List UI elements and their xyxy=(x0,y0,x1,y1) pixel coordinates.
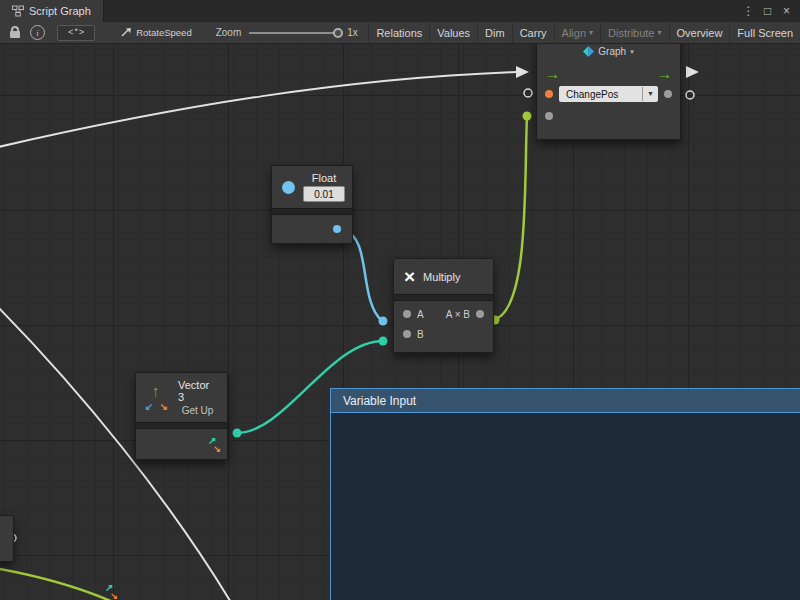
maximize-icon[interactable]: □ xyxy=(760,0,775,22)
window-controls: ⋮ □ × xyxy=(741,0,800,22)
float-node-header: Float 0.01 xyxy=(272,166,352,208)
lock-icon[interactable] xyxy=(10,31,20,38)
variable-name-dropdown[interactable]: ChangePos ▼ xyxy=(559,86,658,102)
carry-label: Carry xyxy=(520,27,547,39)
graph-canvas[interactable]: Variable Input xyxy=(0,44,800,600)
flow-output-port[interactable]: → xyxy=(657,66,672,81)
set-variable-node[interactable]: Graph ▾ → → ChangePos ▼ xyxy=(536,44,681,140)
port-row-a: A A × B xyxy=(394,304,493,324)
zoom-slider[interactable] xyxy=(249,32,339,34)
multiply-node[interactable]: × Multiply A A × B B xyxy=(393,258,494,353)
info-glyph: i xyxy=(36,28,39,38)
result-wire-endpoint xyxy=(523,112,532,121)
flow-input-port[interactable]: → xyxy=(545,66,560,81)
fullscreen-label: Full Screen xyxy=(737,27,793,39)
vector3-port-row: ↗ ↘ xyxy=(136,429,227,459)
distribute-label: Distribute xyxy=(608,27,654,39)
flow-port-row: → → xyxy=(537,65,680,82)
code-view-button[interactable]: <*> xyxy=(57,25,95,41)
menu-icon[interactable]: ⋮ xyxy=(741,0,756,22)
variable-scope-dropdown[interactable]: Graph ▾ xyxy=(537,44,680,59)
vector3-node-title: Vector 3 xyxy=(178,379,217,403)
vector-wire-endpoint xyxy=(379,337,388,346)
fullscreen-button[interactable]: Full Screen xyxy=(729,22,800,43)
zoom-slider-handle[interactable] xyxy=(333,28,343,38)
dim-button[interactable]: Dim xyxy=(477,22,512,43)
variable-input-group[interactable]: Variable Input xyxy=(330,388,800,600)
overview-button[interactable]: Overview xyxy=(669,22,730,43)
float-wire-endpoint xyxy=(379,317,388,326)
get-up-icon: ↑ ↙ ↘ xyxy=(146,386,170,410)
port-a-label: A xyxy=(417,309,424,320)
variable-kind-icon xyxy=(583,46,594,57)
float-type-icon xyxy=(282,181,295,194)
tab-title: Script Graph xyxy=(29,5,91,17)
port-result-label: A × B xyxy=(446,309,470,320)
graph-toolbar: i <*> RotateSpeed Zoom 1x Relations Valu… xyxy=(0,22,800,44)
flow-wire-in xyxy=(0,72,516,148)
code-view-label: <*> xyxy=(68,28,84,38)
vector3-node-header: ↑ ↙ ↘ Vector 3 Get Up xyxy=(136,373,227,422)
values-label: Values xyxy=(437,27,470,39)
relations-button[interactable]: Relations xyxy=(368,22,429,43)
chevron-down-icon: ▾ xyxy=(589,28,593,37)
group-header[interactable]: Variable Input xyxy=(331,389,800,413)
value-output-port[interactable] xyxy=(664,90,672,98)
relations-label: Relations xyxy=(376,27,422,39)
unconnected-port-ring-right[interactable] xyxy=(686,91,694,99)
value-port-row: ChangePos ▼ xyxy=(537,85,680,103)
node-divider xyxy=(272,208,352,215)
multiply-ports: A A × B B xyxy=(394,301,493,352)
multiply-node-header: × Multiply xyxy=(394,259,493,294)
southeast-arrow-icon: ↘ xyxy=(110,591,118,600)
float-node[interactable]: Float 0.01 xyxy=(271,165,353,244)
float-value-input[interactable]: 0.01 xyxy=(303,186,345,202)
value-input-port[interactable] xyxy=(545,90,553,98)
vector3-get-up-node[interactable]: ↑ ↙ ↘ Vector 3 Get Up ↗ ↘ xyxy=(135,372,228,460)
vector3-type-icon[interactable]: ↗ ↘ xyxy=(207,438,220,451)
distribute-button[interactable]: Distribute ▾ xyxy=(600,22,668,43)
info-icon[interactable]: i xyxy=(30,25,45,40)
node-divider xyxy=(136,422,227,429)
vector3-node-subtitle: Get Up xyxy=(182,405,214,416)
unconnected-port-ring-left[interactable] xyxy=(524,89,532,97)
flow-out-arrowhead[interactable] xyxy=(686,66,699,78)
graph-arrow-icon xyxy=(121,27,132,38)
graph-name-label: RotateSpeed xyxy=(136,27,191,38)
port-row-b: B xyxy=(394,324,493,344)
zoom-value: 1x xyxy=(347,27,358,38)
multiply-node-title: Multiply xyxy=(423,271,460,283)
southwest-arrow-icon: ↙ xyxy=(145,401,153,412)
chevron-down-icon: ▼ xyxy=(642,87,654,101)
flow-in-arrowhead[interactable] xyxy=(516,66,529,78)
close-icon[interactable]: × xyxy=(779,0,794,22)
up-arrow-icon: ↑ xyxy=(152,382,160,399)
extra-port-row xyxy=(537,109,680,123)
input-port-a[interactable] xyxy=(403,310,411,318)
port-b-label: B xyxy=(417,329,424,340)
result-wire xyxy=(493,116,527,320)
node-divider xyxy=(394,294,493,301)
carry-button[interactable]: Carry xyxy=(512,22,554,43)
vector3-type-icon[interactable]: ↗ ↘ xyxy=(104,585,117,598)
chevron-down-icon: ▾ xyxy=(658,28,662,37)
variable-scope-label: Graph xyxy=(598,46,626,57)
overview-label: Overview xyxy=(677,27,723,39)
multiply-icon: × xyxy=(404,267,415,286)
vector-wire-start xyxy=(233,429,242,438)
values-button[interactable]: Values xyxy=(429,22,477,43)
float-output-port[interactable] xyxy=(333,225,341,233)
tab-script-graph[interactable]: Script Graph xyxy=(0,0,104,22)
offscreen-node-stub[interactable] xyxy=(0,515,14,562)
float-port-row xyxy=(272,215,352,243)
float-node-title: Float xyxy=(312,172,336,184)
extra-input-port[interactable] xyxy=(545,112,553,120)
graph-asset-breadcrumb[interactable]: RotateSpeed xyxy=(121,27,191,38)
output-port-result[interactable] xyxy=(476,310,484,318)
zoom-control: Zoom 1x xyxy=(216,27,358,38)
align-button[interactable]: Align ▾ xyxy=(554,22,600,43)
chevron-down-icon: ▾ xyxy=(630,48,634,56)
input-port-b[interactable] xyxy=(403,330,411,338)
group-title: Variable Input xyxy=(343,394,416,408)
toolbar-buttons: Relations Values Dim Carry Align ▾ Distr… xyxy=(368,22,800,43)
